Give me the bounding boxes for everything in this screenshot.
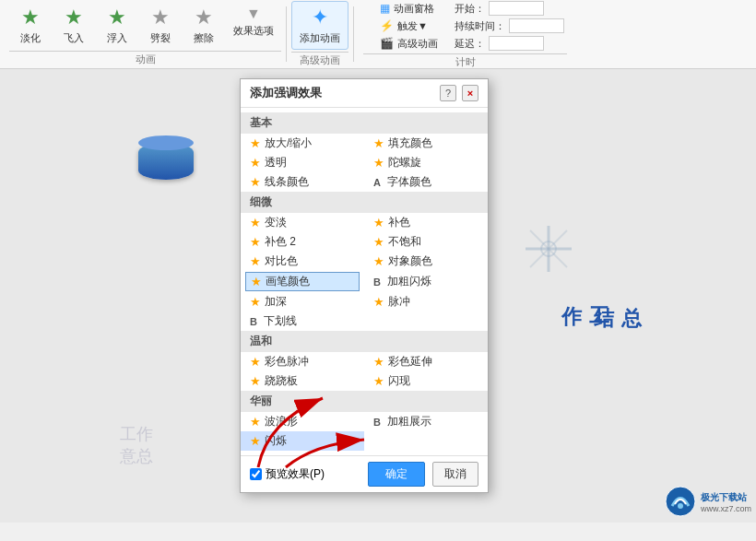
star-icon: ★	[373, 156, 384, 170]
effect-transparent[interactable]: ★ 透明	[241, 153, 364, 172]
trigger-icon: ⚡	[380, 19, 394, 32]
float-button[interactable]: ★ 浮入	[96, 2, 137, 49]
deco-left-text: 工作意总	[120, 423, 153, 467]
effect-bold-flash[interactable]: B 加粗闪烁	[364, 271, 488, 292]
animation-group: ★ 淡化 ★ 飞入 ★ 浮入 ★ 劈裂 ★ 擦除 ▼ 效果选项	[9, 2, 281, 66]
duration-row: 持续时间：	[452, 17, 567, 34]
effect-bold-show[interactable]: B 加粗展示	[364, 412, 488, 431]
effect-contrast[interactable]: ★ 对比色	[241, 252, 364, 271]
timing-group: ▦ 动画窗格 ⚡ 触发▼ 🎬 高级动画 开始： 持续时间：	[363, 0, 567, 69]
wipe-button[interactable]: ★ 擦除	[183, 2, 224, 49]
star-icon: ★	[250, 415, 261, 429]
dialog-controls: ? ×	[440, 85, 478, 101]
star-icon: ★	[373, 295, 384, 309]
font-a-indicator: A	[373, 177, 381, 188]
animation-buttons: ★ 淡化 ★ 飞入 ★ 浮入 ★ 劈裂 ★ 擦除 ▼ 效果选项	[9, 2, 281, 49]
dialog-body: 基本 ★ 放大/缩小 ★ 填充颜色 ★ 透明 ★ 陀螺旋	[241, 108, 488, 455]
star-icon: ★	[250, 254, 261, 268]
dialog-help-button[interactable]: ?	[440, 85, 456, 101]
add-anim-icon: ✦	[312, 6, 328, 29]
effect-obj-color[interactable]: ★ 对象颜色	[364, 252, 488, 271]
float-label: 浮入	[107, 31, 127, 45]
divider-2	[353, 6, 354, 62]
effect-brush-color[interactable]: ★ 画笔颜色	[245, 272, 360, 291]
anim-pane-label[interactable]: 动画窗格	[394, 2, 434, 16]
star-icon: ★	[373, 374, 384, 388]
effect-gyro[interactable]: ★ 陀螺旋	[364, 153, 488, 172]
delay-field[interactable]	[489, 36, 544, 51]
section-basic: 基本	[241, 112, 488, 134]
fly-icon: ★	[65, 6, 83, 29]
add-emphasis-dialog: 添加强调效果 ? × 基本 ★ 放大/缩小 ★ 填充颜色 ★	[240, 78, 489, 493]
fly-button[interactable]: ★ 飞入	[53, 2, 94, 49]
effect-font-color[interactable]: A 字体颜色	[364, 172, 488, 192]
split-icon: ★	[151, 6, 170, 29]
star-icon: ★	[250, 374, 261, 388]
basic-effects-grid: ★ 放大/缩小 ★ 填充颜色 ★ 透明 ★ 陀螺旋 ★ 线条颜色	[241, 134, 488, 192]
svg-point-7	[678, 503, 683, 509]
section-subtle: 细微	[241, 192, 488, 213]
effect-fill-color[interactable]: ★ 填充颜色	[364, 134, 488, 153]
fade-label: 淡化	[20, 31, 41, 45]
main-content: 工作意总 工作 总结 添加强调效果 ? ×	[0, 69, 756, 523]
advanced-anim-label: 高级动画	[291, 52, 348, 67]
star-icon: ★	[373, 254, 384, 268]
cancel-button[interactable]: 取消	[432, 462, 478, 487]
duration-label: 持续时间：	[455, 19, 505, 33]
preview-checkbox-group: 预览效果(P)	[250, 466, 325, 482]
timing-section-label: 计时	[363, 53, 567, 69]
anim-pane-row: ▦ 动画窗格	[377, 0, 441, 17]
duration-field[interactable]	[509, 18, 564, 33]
effects-options-button[interactable]: ▼ 效果选项	[226, 2, 281, 49]
effect-underline[interactable]: B 下划线	[241, 312, 364, 331]
ok-button[interactable]: 确定	[368, 462, 425, 487]
watermark: 极光下载站 www.xz7.com	[665, 486, 751, 518]
effect-color-extend[interactable]: ★ 彩色延伸	[364, 352, 488, 371]
cylinder-shape	[138, 143, 194, 180]
watermark-logo	[665, 486, 697, 518]
star-icon: ★	[250, 156, 261, 170]
add-animation-button[interactable]: ✦ 添加动画	[291, 1, 348, 50]
effect-seesaw[interactable]: ★ 跷跷板	[241, 371, 364, 391]
fly-label: 飞入	[64, 31, 84, 45]
effect-resize[interactable]: ★ 放大/缩小	[241, 134, 364, 153]
effect-line-color[interactable]: ★ 线条颜色	[241, 172, 364, 192]
preview-label: 预览效果(P)	[266, 466, 325, 482]
work-title-2: 总结	[590, 290, 645, 292]
dialog-title: 添加强调效果	[250, 85, 322, 101]
fade-icon: ★	[21, 6, 40, 29]
star-icon: ★	[251, 275, 262, 288]
trigger-label[interactable]: 触发▼	[397, 19, 428, 33]
effect-comp2[interactable]: ★ 补色 2	[241, 232, 364, 252]
star-icon: ★	[250, 434, 261, 448]
effect-desaturate[interactable]: ★ 不饱和	[364, 232, 488, 252]
dialog-titlebar: 添加强调效果 ? ×	[241, 79, 488, 108]
star-icon: ★	[250, 235, 261, 249]
star-icon: ★	[373, 136, 384, 150]
subtle-effects-grid: ★ 变淡 ★ 补色 ★ 补色 2 ★ 不饱和 ★ 对比色	[241, 213, 488, 331]
time-panel: 开始： 持续时间： 延迟：	[452, 0, 567, 52]
effect-flash-glow[interactable]: ★ 闪烁	[241, 431, 364, 451]
add-animation-group: ✦ 添加动画 高级动画	[291, 1, 348, 67]
effect-color-pulse[interactable]: ★ 彩色脉冲	[241, 352, 364, 371]
effect-pulse[interactable]: ★ 脉冲	[364, 292, 488, 312]
star-icon: ★	[373, 216, 384, 229]
effect-wave[interactable]: ★ 波浪形	[241, 412, 364, 431]
effect-deepen[interactable]: ★ 加深	[241, 292, 364, 312]
deco-svg	[526, 226, 572, 272]
effect-flash[interactable]: ★ 闪现	[364, 371, 488, 391]
split-button[interactable]: ★ 劈裂	[139, 2, 181, 49]
moderate-effects-grid: ★ 彩色脉冲 ★ 彩色延伸 ★ 跷跷板 ★ 闪现	[241, 352, 488, 391]
watermark-site: www.xz7.com	[701, 504, 751, 513]
preview-checkbox[interactable]	[250, 468, 262, 480]
start-field[interactable]	[489, 1, 544, 16]
effect-comp-color[interactable]: ★ 补色	[364, 213, 488, 232]
effect-fade[interactable]: ★ 变淡	[241, 213, 364, 232]
advanced-label[interactable]: 高级动画	[397, 37, 438, 51]
split-label: 劈裂	[150, 31, 171, 45]
wipe-icon: ★	[195, 6, 213, 29]
deco-cross	[526, 226, 572, 280]
add-anim-btns: ✦ 添加动画	[291, 1, 348, 50]
dialog-close-button[interactable]: ×	[462, 85, 478, 101]
fade-button[interactable]: ★ 淡化	[9, 2, 51, 49]
